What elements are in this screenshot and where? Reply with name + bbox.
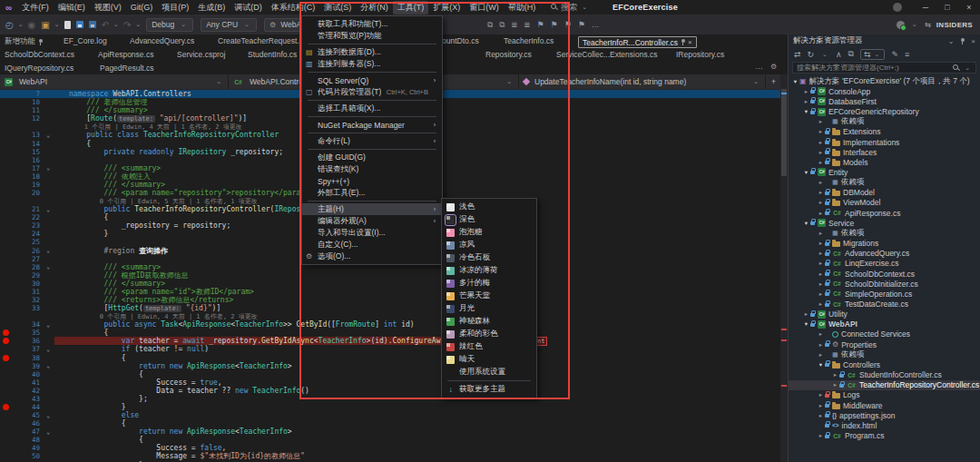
menubar-item[interactable]: 窗口(W)	[465, 1, 504, 15]
tree-item[interactable]: ▸C#SchoolDbInitializer.cs	[789, 279, 980, 289]
fold-arrow-icon[interactable]: ⌄	[42, 346, 54, 353]
menu-item[interactable]: 命令行(L)›	[302, 135, 442, 147]
code-line[interactable]: 39⌄ return new ApiResponse<TeacherInfo>	[0, 362, 780, 370]
close-icon[interactable]: ×	[688, 38, 692, 46]
menu-item[interactable]: 错误查找(K)	[302, 163, 442, 175]
expand-icon[interactable]: ▸	[817, 250, 825, 257]
scrollbar-thumb[interactable]	[781, 89, 787, 176]
tree-item[interactable]: ▸ViewModel	[789, 198, 980, 208]
expand-icon[interactable]: ▸	[817, 280, 825, 288]
indent-decrease-icon[interactable]: ≣	[511, 20, 517, 29]
menu-item[interactable]: ⚙选项(O)...	[302, 251, 442, 262]
code-line[interactable]: 48 {	[0, 436, 780, 444]
theme-menu-item[interactable]: 月光	[442, 302, 536, 315]
split-add-icon[interactable]: +	[767, 74, 780, 89]
menubar-item[interactable]: 工具(T)	[393, 1, 429, 15]
code-line[interactable]: 44 }	[0, 403, 780, 411]
expand-icon[interactable]: ▸	[817, 260, 825, 267]
theme-menu-item[interactable]: ↓获取更多主题	[442, 383, 536, 396]
tree-item[interactable]: ▸C#SchoolDbContext.cs	[789, 269, 980, 279]
code-line[interactable]: 37⌄ if (teacher != null)	[0, 345, 780, 353]
fold-arrow-icon[interactable]: ⌄	[42, 362, 54, 369]
menubar-item[interactable]: 生成(B)	[193, 1, 230, 15]
history-button[interactable]: ◴	[5, 20, 14, 30]
codelens-text[interactable]: 0 个引用 | Edwin, 4 天前 | 1 名作者, 2 项更改	[54, 312, 258, 321]
document-tab[interactable]: ountDto.cs	[442, 36, 479, 45]
tree-item[interactable]: ▾Controllers	[789, 359, 980, 369]
tree-item[interactable]: ▸Connected Services	[789, 329, 980, 339]
solution-search-input[interactable]: 搜索解决方案资源管理器(Ctrl+;) ⌄	[792, 62, 976, 74]
expand-icon[interactable]: ▾	[802, 320, 810, 328]
expand-icon[interactable]: ▸	[817, 402, 825, 409]
menubar-item[interactable]: 测试(S)	[319, 1, 356, 15]
member-dropdown[interactable]: UpdateTeacherInfoName(int id, string nam…	[519, 74, 766, 89]
expand-icon[interactable]: ▾	[802, 108, 810, 115]
document-tab[interactable]: Service.csproj	[177, 50, 225, 59]
menu-item[interactable]: 自定义(C)...	[302, 239, 442, 251]
expand-icon[interactable]: ▸	[817, 149, 825, 156]
fold-arrow-icon[interactable]: ⌄	[42, 263, 54, 270]
fold-arrow-icon[interactable]: ⌄	[42, 206, 54, 213]
code-line[interactable]: 38 {	[0, 354, 780, 362]
fold-arrow-icon[interactable]: ⌄	[42, 321, 54, 329]
menubar-item[interactable]: 视图(V)	[90, 1, 126, 15]
platform-dropdown[interactable]: Any CPU ⌄	[201, 18, 257, 32]
tree-item[interactable]: ▾C#Entity	[789, 167, 980, 177]
theme-menu-item[interactable]: 使用系统设置	[442, 366, 536, 378]
menubar-item[interactable]: 项目(P)	[157, 1, 193, 15]
expand-icon[interactable]: ▸	[817, 230, 825, 237]
switch-views-icon[interactable]: ⇄	[794, 50, 801, 59]
minimize-button[interactable]: ─	[915, 3, 936, 12]
expand-icon[interactable]: ▸	[802, 98, 810, 105]
show-all-files-icon[interactable]: ⧉	[848, 49, 854, 59]
theme-menu-item[interactable]: 深色	[442, 213, 536, 226]
menu-item[interactable]: SQL Server(Q)›	[302, 74, 442, 86]
expand-icon[interactable]: ▸	[817, 432, 825, 439]
expand-icon[interactable]: ▸	[802, 88, 810, 95]
expand-icon[interactable]: ▸	[817, 159, 825, 166]
menu-item[interactable]: Spy++(+)	[302, 175, 442, 187]
tree-item[interactable]: ▸C#TeacherInfoRepositoryController.cs	[789, 380, 980, 390]
menu-item[interactable]: 获取工具和功能(T)...	[302, 18, 442, 30]
menubar-item[interactable]: 帮助(H)	[504, 1, 541, 15]
theme-menu-item[interactable]: 浅色	[442, 201, 536, 213]
tree-item[interactable]: <>index.html	[789, 420, 980, 430]
edit-filter-icon[interactable]: ✎	[891, 50, 898, 59]
menubar-item[interactable]: Git(G)	[126, 2, 158, 13]
menu-item[interactable]: NuGet Package Manager›	[302, 119, 442, 131]
code-line[interactable]: 45⌄ else	[0, 411, 780, 419]
code-line[interactable]: 36 var teacher = await _repository.GetBy…	[0, 337, 780, 345]
expand-icon[interactable]: ▾	[802, 169, 810, 176]
tree-item[interactable]: ▸C#AdvancedQuery.cs	[789, 249, 980, 259]
document-tab[interactable]: SchoolDbContext.cs	[5, 50, 74, 59]
editor-scrollbar[interactable]	[780, 74, 788, 462]
breakpoint-icon[interactable]	[3, 338, 9, 344]
code-line[interactable]: 35 {	[0, 329, 780, 337]
breakpoint-icon[interactable]	[3, 404, 9, 410]
code-line[interactable]: 46 {	[0, 419, 780, 428]
code-line[interactable]: 47⌄ return new ApiResponse<TeacherInfo>	[0, 428, 780, 436]
expand-icon[interactable]: ▸	[831, 371, 839, 378]
code-line[interactable]: 29 /// 根据ID获取教师信息	[0, 271, 780, 280]
expand-icon[interactable]: ▸	[817, 412, 825, 419]
theme-menu-item[interactable]: 冷色石板	[442, 251, 536, 264]
tree-item[interactable]: ▾C#WebAPI	[789, 319, 980, 329]
tree-item[interactable]: ▸⚙Properties	[789, 339, 980, 349]
expand-icon[interactable]: ▸	[817, 270, 825, 278]
chevron-down-icon[interactable]: ⌄	[948, 37, 955, 45]
breakpoint-icon[interactable]	[3, 355, 9, 361]
chevron-down-icon[interactable]: ⌄	[912, 21, 917, 28]
theme-menu-item[interactable]: 晴天	[442, 353, 536, 366]
tree-item[interactable]: ▸C#DatabaseFirst	[789, 96, 980, 106]
theme-menu-item[interactable]: 神秘森林	[442, 315, 536, 328]
expand-icon[interactable]: ▸	[802, 310, 810, 318]
tree-item[interactable]: ▾C#EFCoreGenericRepository	[789, 106, 980, 116]
pin-icon[interactable]	[38, 39, 43, 45]
close-button[interactable]: ×	[958, 3, 980, 12]
tree-item[interactable]: ▸Implementations	[789, 137, 980, 147]
menu-item[interactable]: ▥连接到服务器(S)...	[302, 58, 442, 70]
expand-icon[interactable]: ▸	[817, 210, 825, 217]
active-tab[interactable]: TeacherInfoR...Controller.cs×	[578, 36, 697, 48]
code-line[interactable]: 42 Data = teacher ?? new TeacherInfo()	[0, 387, 780, 395]
theme-menu-item[interactable]: 辣红色	[442, 340, 536, 353]
